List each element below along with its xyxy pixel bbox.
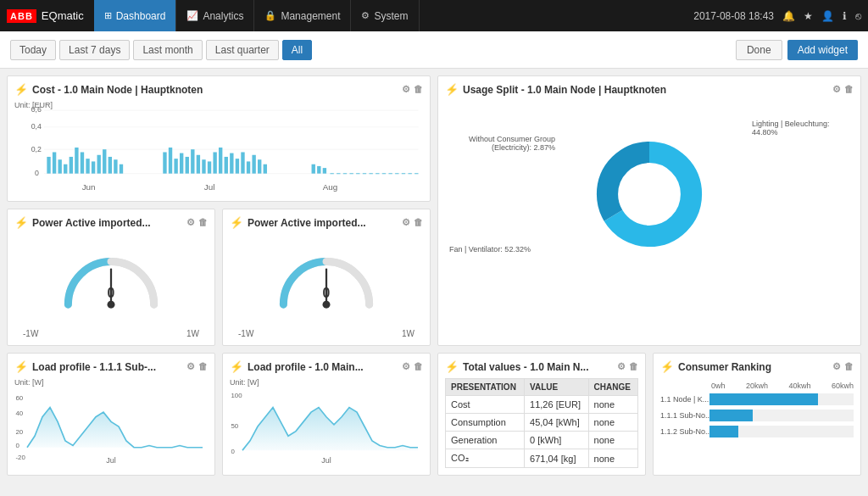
navbar: ABB EQmatic ⊞ Dashboard 📈 Analytics 🔒 Ma… [0, 0, 868, 31]
load2-lightning-icon: ⚡ [230, 360, 243, 373]
load1-y-label: Unit: [W] [14, 378, 208, 387]
consumer-ranking-title: ⚡ Consumer Ranking ⚙ 🗑 [660, 360, 854, 373]
load1-settings-icon[interactable]: ⚙ [186, 361, 195, 372]
usage-close-icon[interactable]: 🗑 [844, 84, 854, 95]
power2-controls: ⚙ 🗑 [402, 217, 423, 228]
svg-marker-68 [242, 408, 418, 451]
cost-close-icon[interactable]: 🗑 [414, 84, 423, 95]
table-row: Consumption 45,04 [kWh] none [446, 414, 638, 432]
nav-tab-dashboard[interactable]: ⊞ Dashboard [94, 0, 177, 31]
nav-tab-management[interactable]: 🔒 Management [254, 0, 351, 31]
total-close-icon[interactable]: 🗑 [629, 361, 638, 372]
filter-today[interactable]: Today [10, 40, 56, 60]
svg-rect-17 [97, 155, 100, 174]
load-profile2-title: ⚡ Load profile - 1.0 Main... ⚙ 🗑 [230, 360, 423, 373]
load-profile1-title: ⚡ Load profile - 1.1.1 Sub-... ⚙ 🗑 [14, 360, 208, 373]
ranking-bar-bg-0 [709, 393, 854, 405]
power2-close-icon[interactable]: 🗑 [414, 217, 423, 228]
col-value: VALUE [525, 379, 589, 396]
svg-rect-32 [219, 148, 222, 174]
power2-max-label: 1W [402, 329, 415, 338]
ranking-row-1: 1.1.1 Sub-No... [660, 410, 854, 421]
filter-all[interactable]: All [282, 40, 312, 60]
svg-rect-37 [247, 161, 250, 173]
cost-chart-title: ⚡ Cost - 1.0 Main Node | Hauptknoten ⚙ 🗑 [14, 83, 423, 96]
ranking-close-icon[interactable]: 🗑 [844, 361, 854, 372]
power2-settings-icon[interactable]: ⚙ [402, 217, 410, 228]
col-presentation: PRESENTATION [446, 379, 525, 396]
svg-text:Aug: Aug [323, 182, 338, 192]
filter-right: Done Add widget [736, 40, 858, 60]
power1-gauge: 0 [14, 234, 208, 327]
load2-close-icon[interactable]: 🗑 [414, 361, 423, 372]
svg-rect-40 [264, 164, 267, 174]
logout-icon[interactable]: ⎋ [855, 10, 861, 22]
load2-y-label: Unit: [W] [230, 378, 423, 387]
power1-max-label: 1W [186, 329, 199, 338]
row1-change: none [588, 414, 637, 432]
bell-icon[interactable]: 🔔 [782, 10, 795, 22]
svg-rect-16 [92, 161, 95, 173]
svg-text:0: 0 [108, 286, 115, 300]
ranking-bar-bg-1 [709, 410, 854, 421]
axis-40kwh: 40kwh [788, 382, 810, 390]
nav-tab-analytics[interactable]: 📈 Analytics [176, 0, 254, 31]
add-widget-button[interactable]: Add widget [787, 40, 858, 60]
ranking-lightning-icon: ⚡ [660, 360, 674, 373]
dashboard: ⚡ Cost - 1.0 Main Node | Hauptknoten ⚙ 🗑… [0, 69, 868, 482]
ranking-settings-icon[interactable]: ⚙ [832, 361, 841, 372]
load1-close-icon[interactable]: 🗑 [198, 361, 208, 372]
svg-rect-36 [241, 152, 244, 173]
table-row: CO₂ 671,04 [kg] none [446, 449, 638, 468]
cost-chart-widget: ⚡ Cost - 1.0 Main Node | Hauptknoten ⚙ 🗑… [7, 75, 431, 202]
dashboard-icon: ⊞ [104, 10, 112, 21]
power2-widget: ⚡ Power Active imported... ⚙ 🗑 0 -1W 1W [222, 209, 431, 346]
donut-svg [573, 118, 726, 270]
filter-quarter[interactable]: Last quarter [206, 40, 279, 60]
power1-lightning-icon: ⚡ [14, 216, 28, 229]
brand: ABB EQmatic [7, 9, 84, 23]
load1-lightning-icon: ⚡ [14, 360, 28, 373]
row2-value: 0 [kWh] [525, 432, 589, 449]
total-values-widget: ⚡ Total values - 1.0 Main N... ⚙ 🗑 PRESE… [437, 353, 646, 476]
row3-value: 671,04 [kg] [525, 449, 589, 468]
row2-change: none [588, 432, 637, 449]
load1-controls: ⚙ 🗑 [186, 361, 208, 372]
svg-rect-19 [108, 157, 112, 174]
power2-title: ⚡ Power Active imported... ⚙ 🗑 [230, 216, 423, 229]
gauge1-svg: 0 [52, 242, 170, 319]
axis-60kwh: 60kwh [832, 382, 854, 390]
row0-presentation: Cost [446, 396, 525, 414]
done-button[interactable]: Done [736, 40, 782, 60]
axis-20kwh: 20kwh [746, 382, 768, 390]
nav-tab-system[interactable]: ⚙ System [351, 0, 419, 31]
power1-min-label: -1W [23, 329, 38, 338]
ranking-bar-0 [709, 393, 818, 405]
user-icon[interactable]: 👤 [821, 10, 834, 22]
table-row: Generation 0 [kWh] none [446, 432, 638, 449]
svg-text:0: 0 [323, 286, 331, 300]
power1-settings-icon[interactable]: ⚙ [186, 217, 195, 228]
total-values-scroll[interactable]: PRESENTATION VALUE CHANGE Cost 11,26 [EU… [445, 378, 638, 468]
cost-lightning-icon: ⚡ [14, 83, 28, 96]
cost-settings-icon[interactable]: ⚙ [402, 84, 410, 95]
star-icon[interactable]: ★ [804, 10, 813, 22]
cost-chart-controls: ⚙ 🗑 [402, 84, 423, 95]
total-values-table: PRESENTATION VALUE CHANGE Cost 11,26 [EU… [445, 378, 638, 468]
usage-lightning-icon: ⚡ [445, 83, 459, 96]
cost-chart-svg: 0,6 0,4 0,2 0 [14, 101, 423, 194]
usage-split-controls: ⚙ 🗑 [832, 84, 854, 95]
load2-settings-icon[interactable]: ⚙ [402, 361, 410, 372]
load2-chart-svg: 100 50 0 Jul [230, 388, 423, 465]
filter-bar: Today Last 7 days Last month Last quarte… [0, 31, 868, 69]
power1-widget: ⚡ Power Active imported... ⚙ 🗑 0 [7, 209, 215, 346]
svg-rect-28 [197, 155, 200, 174]
power1-close-icon[interactable]: 🗑 [198, 217, 208, 228]
info-icon[interactable]: ℹ [843, 10, 847, 22]
filter-7days[interactable]: Last 7 days [59, 40, 130, 60]
total-settings-icon[interactable]: ⚙ [617, 361, 626, 372]
gauge2-svg: 0 [267, 242, 386, 319]
svg-rect-10 [58, 159, 61, 173]
filter-month[interactable]: Last month [133, 40, 202, 60]
usage-settings-icon[interactable]: ⚙ [832, 84, 841, 95]
